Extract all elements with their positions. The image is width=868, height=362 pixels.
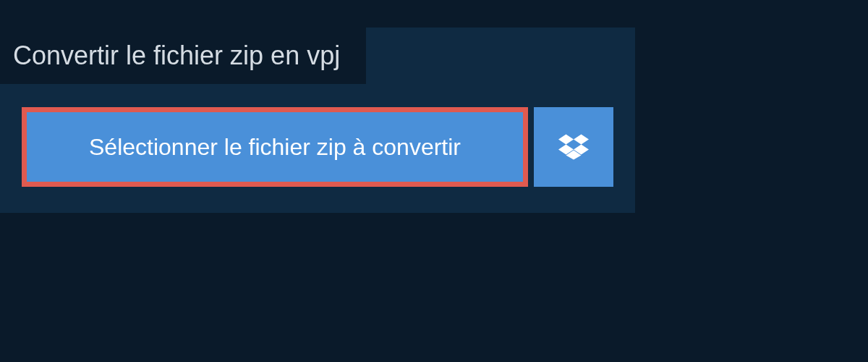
dropbox-icon bbox=[558, 132, 589, 162]
title-bar: Convertir le fichier zip en vpj bbox=[0, 28, 366, 84]
converter-panel: Convertir le fichier zip en vpj Sélectio… bbox=[0, 28, 635, 213]
button-row: Sélectionner le fichier zip à convertir bbox=[0, 84, 635, 213]
page-title: Convertir le fichier zip en vpj bbox=[13, 41, 340, 71]
select-file-label: Sélectionner le fichier zip à convertir bbox=[89, 134, 461, 161]
select-file-button[interactable]: Sélectionner le fichier zip à convertir bbox=[22, 107, 528, 187]
dropbox-button[interactable] bbox=[534, 107, 613, 187]
